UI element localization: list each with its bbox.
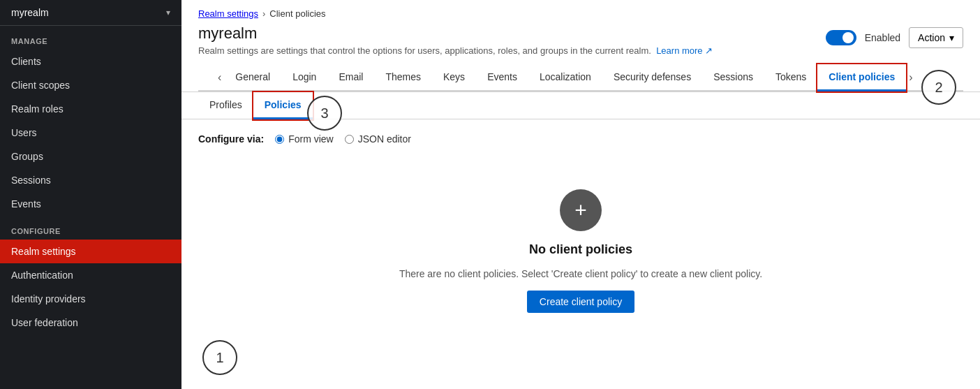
tab-events[interactable]: Events <box>476 64 528 91</box>
realm-name: myrealm <box>11 7 49 18</box>
configure-section-label: Configure <box>0 216 181 240</box>
sidebar-item-sessions[interactable]: Sessions <box>0 168 181 192</box>
page-title: myrealm <box>198 24 713 43</box>
sessions-label: Sessions <box>11 175 51 186</box>
sidebar-item-user-federation[interactable]: User federation <box>0 311 181 335</box>
sidebar: myrealm ▾ Manage Clients Client scopes R… <box>0 0 181 389</box>
tab-themes[interactable]: Themes <box>374 64 432 91</box>
subtabs-container: 3 Profiles Policies <box>181 92 980 119</box>
subtab-profiles[interactable]: Profiles <box>198 92 253 119</box>
breadcrumb-separator: › <box>262 8 265 19</box>
breadcrumb-parent[interactable]: Realm settings <box>198 8 258 19</box>
events-label: Events <box>11 198 41 210</box>
users-label: Users <box>11 127 37 138</box>
tab-sessions[interactable]: Sessions <box>702 64 764 91</box>
sidebar-item-authentication[interactable]: Authentication <box>0 263 181 287</box>
client-scopes-label: Client scopes <box>11 80 70 91</box>
clients-label: Clients <box>11 56 41 67</box>
subtabs-row: Profiles Policies <box>181 92 980 119</box>
groups-label: Groups <box>11 151 43 162</box>
radio-form-view-label: Form view <box>288 133 334 145</box>
tab-tokens[interactable]: Tokens <box>764 64 817 91</box>
tab-scroll-right[interactable]: › <box>906 66 915 89</box>
sidebar-item-events[interactable]: Events <box>0 192 181 216</box>
sidebar-item-clients[interactable]: Clients <box>0 50 181 73</box>
sidebar-section-configure: Configure Realm settings Authentication … <box>0 216 181 335</box>
breadcrumb-current: Client policies <box>269 8 325 19</box>
radio-json-editor-input[interactable] <box>345 135 354 144</box>
learn-more-link[interactable]: Learn more ↗ <box>656 45 713 56</box>
sidebar-item-identity-providers[interactable]: Identity providers <box>0 287 181 311</box>
content-area: Configure via: Form view JSON editor + N… <box>181 119 980 389</box>
realm-selector[interactable]: myrealm ▾ <box>0 0 181 26</box>
radio-json-editor[interactable]: JSON editor <box>345 133 411 145</box>
subtab-policies[interactable]: Policies <box>253 92 313 119</box>
sidebar-section-manage: Manage Clients Client scopes Realm roles… <box>0 26 181 216</box>
sidebar-item-realm-settings[interactable]: Realm settings <box>0 240 181 263</box>
empty-description: There are no client policies. Select 'Cr… <box>399 268 762 279</box>
page-controls: Enabled Action ▾ <box>826 27 963 48</box>
add-policy-icon: + <box>560 189 602 231</box>
tabs-row: ‹ General Login Email Themes Keys Events… <box>198 64 963 91</box>
page-header: myrealm Realm settings are settings that… <box>198 24 963 56</box>
radio-form-view-input[interactable] <box>275 135 284 144</box>
tabs-container: 2 ‹ General Login Email Themes Keys Even… <box>198 64 963 91</box>
sidebar-item-client-scopes[interactable]: Client scopes <box>0 73 181 97</box>
main-content: 1 Realm settings › Client policies myrea… <box>181 0 980 389</box>
action-chevron-icon: ▾ <box>949 32 954 43</box>
tab-localization[interactable]: Localization <box>528 64 602 91</box>
tab-login[interactable]: Login <box>281 64 327 91</box>
tab-email[interactable]: Email <box>327 64 374 91</box>
radio-form-view[interactable]: Form view <box>275 133 334 145</box>
radio-json-editor-label: JSON editor <box>358 133 411 145</box>
tab-scroll-left[interactable]: ‹ <box>215 66 224 89</box>
identity-providers-label: Identity providers <box>11 293 86 304</box>
enabled-toggle[interactable] <box>826 30 856 45</box>
topbar: Realm settings › Client policies myrealm… <box>181 0 980 92</box>
configure-via: Configure via: Form view JSON editor <box>198 133 963 145</box>
sidebar-item-realm-roles[interactable]: Realm roles <box>0 97 181 121</box>
tab-client-policies[interactable]: Client policies <box>817 64 906 91</box>
action-button[interactable]: Action ▾ <box>909 27 963 48</box>
page-title-area: myrealm Realm settings are settings that… <box>198 24 713 56</box>
tab-general[interactable]: General <box>224 64 281 91</box>
authentication-label: Authentication <box>11 270 73 281</box>
realm-settings-label: Realm settings <box>11 246 76 257</box>
tab-keys[interactable]: Keys <box>432 64 476 91</box>
user-federation-label: User federation <box>11 317 78 328</box>
tab-security-defenses[interactable]: Security defenses <box>602 64 702 91</box>
chevron-down-icon: ▾ <box>166 8 170 17</box>
sidebar-item-groups[interactable]: Groups <box>0 145 181 168</box>
configure-via-label: Configure via: <box>198 133 264 145</box>
create-client-policy-button[interactable]: Create client policy <box>527 291 634 313</box>
empty-state: + No client policies There are no client… <box>198 161 963 341</box>
breadcrumb: Realm settings › Client policies <box>198 8 963 19</box>
empty-title: No client policies <box>529 242 632 257</box>
enabled-label: Enabled <box>865 32 900 43</box>
page-description: Realm settings are settings that control… <box>198 45 713 56</box>
manage-section-label: Manage <box>0 26 181 50</box>
realm-roles-label: Realm roles <box>11 103 64 115</box>
sidebar-item-users[interactable]: Users <box>0 121 181 145</box>
